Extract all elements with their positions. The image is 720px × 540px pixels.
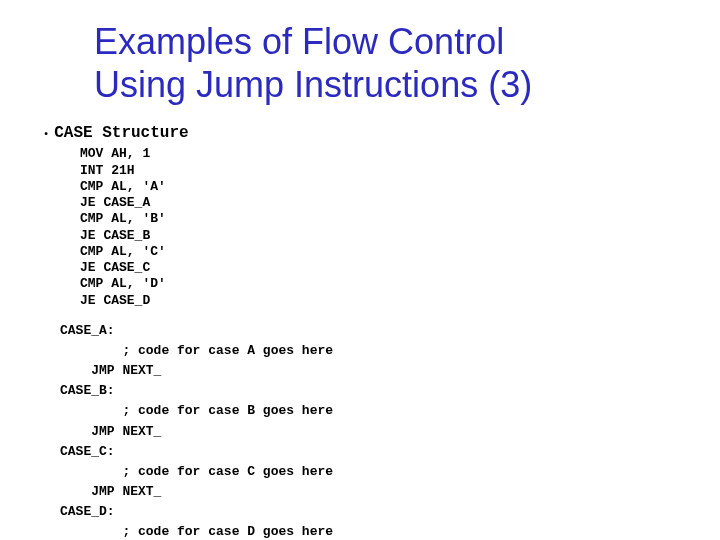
bullet-icon: • [44,128,48,140]
slide-title: Examples of Flow Control Using Jump Inst… [94,20,680,106]
code-cases-block: CASE_A: ; code for case A goes here JMP … [60,321,680,540]
section-row: • CASE Structure [44,124,680,144]
section-heading: CASE Structure [54,124,188,142]
slide: Examples of Flow Control Using Jump Inst… [0,0,720,540]
title-line-2: Using Jump Instructions (3) [94,64,532,105]
title-line-1: Examples of Flow Control [94,21,504,62]
code-dispatch-block: MOV AH, 1 INT 21H CMP AL, 'A' JE CASE_A … [80,146,680,309]
